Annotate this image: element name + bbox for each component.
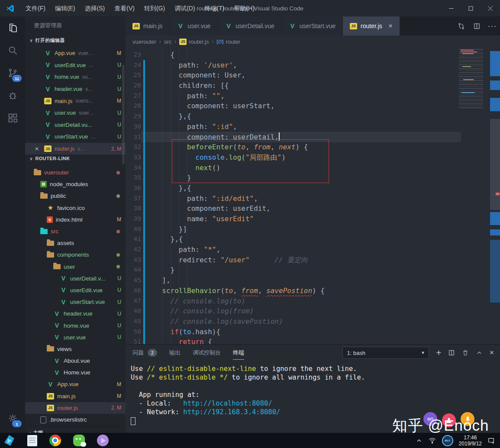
chrome-icon[interactable]: [49, 435, 61, 446]
tree-item-main.js[interactable]: JSmain.jsM: [25, 390, 126, 402]
open-editor-header.vue[interactable]: Vheader.vuev...U: [25, 83, 126, 95]
tab-main.js[interactable]: JSmain.js: [126, 16, 170, 35]
media-player-icon[interactable]: [3, 435, 15, 446]
close-panel-icon[interactable]: ×: [490, 348, 494, 357]
new-terminal-icon[interactable]: +: [436, 348, 441, 358]
maximize-panel-icon[interactable]: [476, 349, 483, 356]
minimap[interactable]: [459, 49, 483, 110]
open-editor-main.js[interactable]: JSmain.jsvuero...M: [25, 95, 126, 107]
close-editor-icon[interactable]: ✕: [35, 146, 39, 152]
tree-item-user.vue[interactable]: Vuser.vueU: [25, 332, 126, 343]
extensions-icon[interactable]: [0, 106, 25, 129]
explorer-icon[interactable]: [0, 16, 25, 39]
code-line-41[interactable]: 41 },{: [126, 234, 461, 245]
tray-clock[interactable]: 17:462019/9/12: [459, 435, 482, 447]
code-line-43[interactable]: 43 redirect: "/user" // 重定向: [126, 255, 461, 265]
minimize-button[interactable]: [442, 0, 461, 16]
code-line-26[interactable]: 26 children: [{: [126, 81, 461, 91]
maximize-button[interactable]: [461, 0, 481, 16]
tree-item-node_modules[interactable]: node_modules: [25, 178, 126, 190]
tree-item-Home.vue[interactable]: VHome.vue: [25, 367, 126, 378]
open-editor-userEdit.vue[interactable]: VuserEdit.vue...U: [25, 59, 126, 71]
tree-item-userStart.vue[interactable]: VuserStart.vueU: [25, 296, 126, 308]
tree-item-App.vue[interactable]: VApp.vueM: [25, 378, 126, 390]
menu-item-3[interactable]: 查看(V): [110, 0, 139, 16]
breadcrumb-item-src[interactable]: src: [164, 39, 171, 45]
tray-expand-icon[interactable]: [416, 437, 423, 444]
panel-tab-调试控制台[interactable]: 调试控制台: [193, 345, 221, 361]
tree-item-components[interactable]: components: [25, 249, 126, 261]
code-line-27[interactable]: 27 path: "",: [126, 91, 461, 101]
menu-item-6[interactable]: 终端(T): [200, 0, 229, 16]
code-editor[interactable]: 23 {24 path: '/user',25 component: User,…: [126, 48, 500, 344]
breadcrumb-item-router[interactable]: [∅]router: [217, 39, 241, 45]
close-tab-icon[interactable]: ✕: [388, 23, 393, 29]
code-line-23[interactable]: 23 {: [126, 50, 461, 60]
tab-user.vue[interactable]: Vuser.vue: [170, 16, 218, 35]
settings-gear-icon[interactable]: 1: [0, 407, 25, 429]
code-line-29[interactable]: 29 },{: [126, 111, 461, 122]
wifi-icon[interactable]: [428, 437, 436, 444]
code-line-50[interactable]: 50 if(to.hash){: [126, 327, 461, 337]
outline-header[interactable]: › 大纲: [29, 426, 126, 433]
code-line-37[interactable]: 37 path: ":id/edit",: [126, 193, 461, 204]
code-line-38[interactable]: 38 component: userEdit,: [126, 203, 461, 214]
code-line-28[interactable]: 28 component: userStart,: [126, 101, 461, 111]
project-root-header[interactable]: ∨ ROUTER-LINK: [29, 156, 70, 161]
tab-router.js[interactable]: JSrouter.js✕: [343, 16, 400, 35]
menu-item-1[interactable]: 编辑(E): [50, 0, 80, 16]
tree-item-src[interactable]: src: [25, 226, 126, 237]
overview-ruler[interactable]: [490, 48, 500, 344]
code-line-42[interactable]: 42 path: "*",: [126, 245, 461, 255]
source-control-icon[interactable]: 11: [0, 61, 25, 84]
code-line-47[interactable]: 47 // console.log(to): [126, 296, 461, 306]
open-editors-header[interactable]: ∨ 打开的编辑器: [29, 37, 65, 44]
panel-tab-终端[interactable]: 终端: [233, 345, 244, 361]
code-line-45[interactable]: 45 ],: [126, 275, 461, 286]
wechat-icon[interactable]: [73, 435, 85, 446]
notepad-icon[interactable]: [27, 435, 37, 446]
tree-item-assets[interactable]: assets: [25, 237, 126, 249]
code-line-46[interactable]: 46 scrollBehavior(to, from, savePostion)…: [126, 286, 461, 296]
tab-userStart.vue[interactable]: VuserStart.vue: [282, 16, 343, 35]
tree-item-favicon.ico[interactable]: ★favicon.ico: [25, 202, 126, 214]
menu-item-7[interactable]: 帮助(H): [229, 0, 259, 16]
tree-item-public[interactable]: public: [25, 190, 126, 202]
kill-terminal-icon[interactable]: [462, 349, 469, 356]
menu-item-0[interactable]: 文件(F): [21, 0, 50, 16]
open-editor-App.vue[interactable]: VApp.vuevuer...M: [25, 47, 126, 59]
open-editor-user.vue[interactable]: Vuser.vuevuer...U: [25, 107, 126, 119]
tree-item-.browserslistrc[interactable]: .browserslistrc: [25, 414, 126, 425]
open-editor-userDetail.vu...[interactable]: VuserDetail.vu...U: [25, 119, 126, 131]
tree-item-index.html[interactable]: 5index.htmlM: [25, 214, 126, 226]
open-editor-userStart.vue[interactable]: VuserStart.vue...U: [25, 131, 126, 143]
more-actions-icon[interactable]: ···: [484, 16, 500, 35]
code-line-49[interactable]: 49 // console.log(savePostion): [126, 316, 461, 327]
split-terminal-icon[interactable]: [448, 349, 455, 356]
tree-item-user[interactable]: user: [25, 261, 126, 273]
tree-item-views[interactable]: views: [25, 343, 126, 355]
code-line-30[interactable]: 30 path: ":id",: [126, 122, 461, 132]
tree-item-About.vue[interactable]: VAbout.vue: [25, 355, 126, 367]
menu-item-2[interactable]: 选择(S): [80, 0, 110, 16]
code-line-48[interactable]: 48 // console.log(from): [126, 306, 461, 316]
menu-item-5[interactable]: 调试(D): [170, 0, 200, 16]
code-line-39[interactable]: 39 name: "userEdit": [126, 214, 461, 224]
open-editor-home.vue[interactable]: Vhome.vuevu...U: [25, 71, 126, 83]
code-line-25[interactable]: 25 component: User,: [126, 70, 461, 81]
panel-tab-输出[interactable]: 输出: [169, 345, 181, 361]
search-icon[interactable]: [0, 39, 25, 61]
tree-item-header.vue[interactable]: Vheader.vueU: [25, 308, 126, 319]
open-changes-icon[interactable]: [453, 16, 469, 35]
close-button[interactable]: [481, 0, 500, 16]
sidebar-scrollbar[interactable]: [122, 65, 125, 164]
tab-userDetail.vue[interactable]: VuserDetail.vue: [218, 16, 282, 35]
code-line-24[interactable]: 24 path: '/user',: [126, 60, 461, 71]
code-line-40[interactable]: 40 }]: [126, 224, 461, 235]
menu-item-4[interactable]: 转到(G): [139, 0, 170, 16]
tree-item-userDetail.v...[interactable]: VuserDetail.v...U: [25, 273, 126, 284]
notification-center-icon[interactable]: [487, 437, 495, 444]
breadcrumb-item-router.js[interactable]: JSrouter.js: [179, 39, 209, 45]
tree-item-userEdit.vue[interactable]: VuserEdit.vueU: [25, 284, 126, 296]
open-editor-router.js[interactable]: ✕JSrouter.jsv...2, M: [25, 143, 126, 155]
